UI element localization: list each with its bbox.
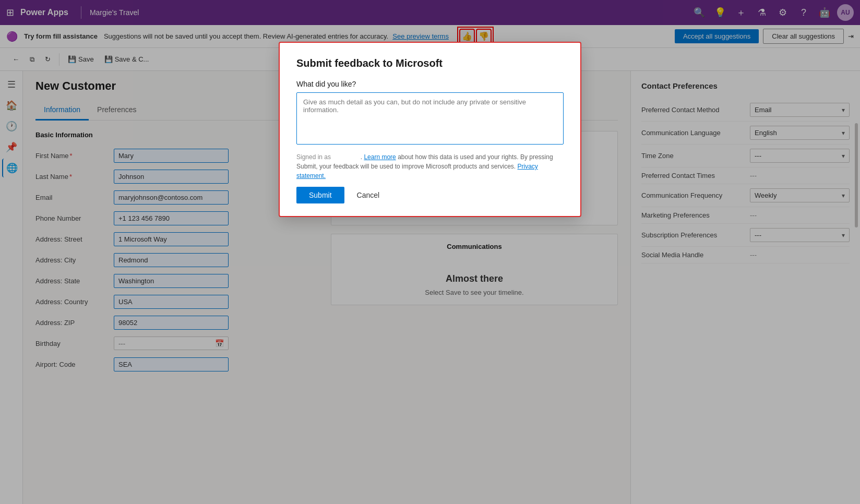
submit-button[interactable]: Submit [296,187,344,203]
modal-overlay: Submit feedback to Microsoft What did yo… [0,0,860,504]
modal-title: Submit feedback to Microsoft [296,57,564,69]
learn-more-description: about how this data is used and your rig… [296,153,553,170]
modal-question: What did you like? [296,80,564,88]
modal-buttons: Submit Cancel [296,187,564,203]
feedback-modal: Submit feedback to Microsoft What did yo… [279,42,581,217]
feedback-textarea[interactable] [296,92,564,145]
signed-in-label: Signed in as [296,153,331,161]
learn-more-link[interactable]: Learn more [364,153,396,161]
modal-footer-text: Signed in as . Learn more about how this… [296,152,564,181]
cancel-button[interactable]: Cancel [349,187,388,203]
